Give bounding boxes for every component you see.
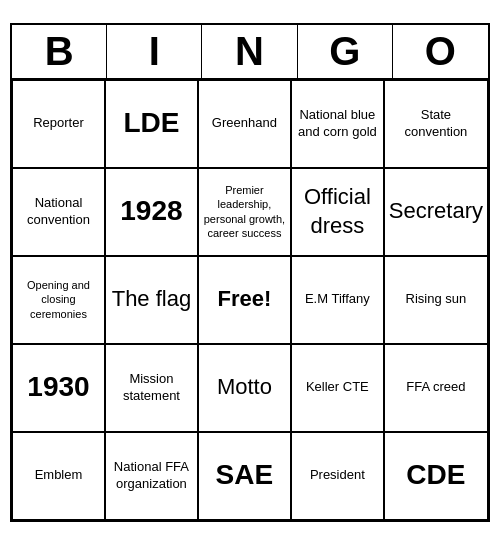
bingo-cell-18: Keller CTE	[291, 344, 384, 432]
bingo-cell-10: Opening and closing ceremonies	[12, 256, 105, 344]
bingo-cell-14: Rising sun	[384, 256, 488, 344]
bingo-cell-19: FFA creed	[384, 344, 488, 432]
header-letter-O: O	[393, 25, 488, 78]
bingo-cell-20: Emblem	[12, 432, 105, 520]
bingo-cell-4: State convention	[384, 80, 488, 168]
bingo-cell-16: Mission statement	[105, 344, 198, 432]
bingo-cell-5: National convention	[12, 168, 105, 256]
bingo-cell-13: E.M Tiffany	[291, 256, 384, 344]
bingo-cell-9: Secretary	[384, 168, 488, 256]
bingo-cell-17: Motto	[198, 344, 291, 432]
bingo-cell-23: President	[291, 432, 384, 520]
bingo-cell-22: SAE	[198, 432, 291, 520]
bingo-cell-11: The flag	[105, 256, 198, 344]
bingo-grid: ReporterLDEGreenhandNational blue and co…	[12, 80, 488, 520]
bingo-cell-1: LDE	[105, 80, 198, 168]
bingo-cell-15: 1930	[12, 344, 105, 432]
header-letter-G: G	[298, 25, 393, 78]
header-letter-I: I	[107, 25, 202, 78]
header-letter-B: B	[12, 25, 107, 78]
bingo-cell-21: National FFA organization	[105, 432, 198, 520]
bingo-cell-2: Greenhand	[198, 80, 291, 168]
bingo-cell-7: Premier leadership, personal growth, car…	[198, 168, 291, 256]
bingo-cell-0: Reporter	[12, 80, 105, 168]
bingo-cell-8: Official dress	[291, 168, 384, 256]
header-letter-N: N	[202, 25, 297, 78]
bingo-card: BINGO ReporterLDEGreenhandNational blue …	[10, 23, 490, 522]
bingo-header: BINGO	[12, 25, 488, 80]
bingo-cell-24: CDE	[384, 432, 488, 520]
bingo-cell-3: National blue and corn gold	[291, 80, 384, 168]
bingo-cell-12: Free!	[198, 256, 291, 344]
bingo-cell-6: 1928	[105, 168, 198, 256]
